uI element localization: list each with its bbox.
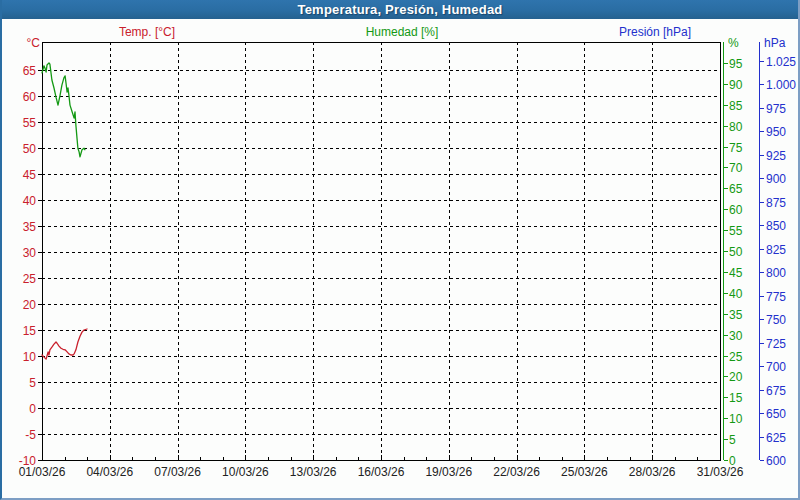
svg-text:16/03/26: 16/03/26: [358, 465, 405, 479]
svg-text:10: 10: [729, 412, 743, 426]
svg-text:750: 750: [766, 313, 786, 327]
svg-text:60: 60: [23, 90, 37, 104]
svg-text:15: 15: [23, 324, 37, 338]
svg-text:700: 700: [766, 360, 786, 374]
svg-text:850: 850: [766, 219, 786, 233]
svg-text:10: 10: [23, 350, 37, 364]
svg-text:25: 25: [729, 350, 743, 364]
legend-humidity: Humedad [%]: [366, 25, 439, 39]
svg-text:55: 55: [23, 116, 37, 130]
svg-text:45: 45: [729, 266, 743, 280]
svg-text:65: 65: [729, 182, 743, 196]
window-titlebar: Temperatura, Presión, Humedad: [2, 0, 798, 19]
svg-text:925: 925: [766, 149, 786, 163]
svg-text:-5: -5: [25, 428, 36, 442]
svg-text:90: 90: [729, 78, 743, 92]
svg-text:31/03/26: 31/03/26: [697, 465, 744, 479]
svg-text:800: 800: [766, 266, 786, 280]
svg-text:5: 5: [729, 433, 736, 447]
svg-text:85: 85: [729, 99, 743, 113]
svg-text:900: 900: [766, 172, 786, 186]
svg-text:625: 625: [766, 431, 786, 445]
svg-text:725: 725: [766, 337, 786, 351]
svg-text:55: 55: [729, 224, 743, 238]
svg-text:650: 650: [766, 407, 786, 421]
svg-text:70: 70: [729, 161, 743, 175]
window-title: Temperatura, Presión, Humedad: [298, 2, 503, 17]
svg-text:775: 775: [766, 290, 786, 304]
svg-text:975: 975: [766, 102, 786, 116]
svg-text:0: 0: [729, 454, 736, 468]
svg-text:950: 950: [766, 125, 786, 139]
svg-text:675: 675: [766, 384, 786, 398]
svg-text:35: 35: [729, 308, 743, 322]
svg-text:65: 65: [23, 64, 37, 78]
legend-pressure: Presión [hPa]: [619, 25, 691, 39]
svg-text:10/03/26: 10/03/26: [222, 465, 269, 479]
svg-text:50: 50: [729, 245, 743, 259]
svg-text:0: 0: [29, 402, 36, 416]
svg-text:825: 825: [766, 243, 786, 257]
chart-canvas: -10-50510152025303540455055606501/03/260…: [2, 0, 800, 500]
svg-text:80: 80: [729, 120, 743, 134]
data-series: [42, 63, 87, 359]
svg-text:25/03/26: 25/03/26: [561, 465, 608, 479]
chart-legend: Temp. [°C] Humedad [%] Presión [hPa]: [2, 25, 798, 40]
svg-text:60: 60: [729, 203, 743, 217]
svg-text:19/03/26: 19/03/26: [425, 465, 472, 479]
svg-text:20: 20: [729, 370, 743, 384]
svg-text:25: 25: [23, 272, 37, 286]
svg-text:35: 35: [23, 220, 37, 234]
svg-text:07/03/26: 07/03/26: [154, 465, 201, 479]
svg-text:13/03/26: 13/03/26: [290, 465, 337, 479]
svg-text:15: 15: [729, 391, 743, 405]
svg-text:01/03/26: 01/03/26: [19, 465, 66, 479]
svg-text:30: 30: [23, 246, 37, 260]
svg-text:1.000: 1.000: [766, 78, 796, 92]
svg-text:5: 5: [29, 376, 36, 390]
svg-text:75: 75: [729, 141, 743, 155]
svg-text:40: 40: [729, 287, 743, 301]
axis-ticks-labels: -10-50510152025303540455055606501/03/260…: [19, 42, 797, 479]
weather-chart-window: Temperatura, Presión, Humedad Temp. [°C]…: [0, 0, 800, 500]
svg-text:50: 50: [23, 142, 37, 156]
svg-text:1.025: 1.025: [766, 55, 796, 69]
legend-temperature: Temp. [°C]: [119, 25, 175, 39]
svg-text:600: 600: [766, 454, 786, 468]
svg-text:95: 95: [729, 57, 743, 71]
svg-text:28/03/26: 28/03/26: [629, 465, 676, 479]
svg-text:30: 30: [729, 329, 743, 343]
svg-text:875: 875: [766, 196, 786, 210]
svg-text:04/03/26: 04/03/26: [86, 465, 133, 479]
svg-text:40: 40: [23, 194, 37, 208]
svg-text:20: 20: [23, 298, 37, 312]
svg-text:22/03/26: 22/03/26: [493, 465, 540, 479]
svg-text:45: 45: [23, 168, 37, 182]
chart-gridlines: [42, 42, 720, 460]
